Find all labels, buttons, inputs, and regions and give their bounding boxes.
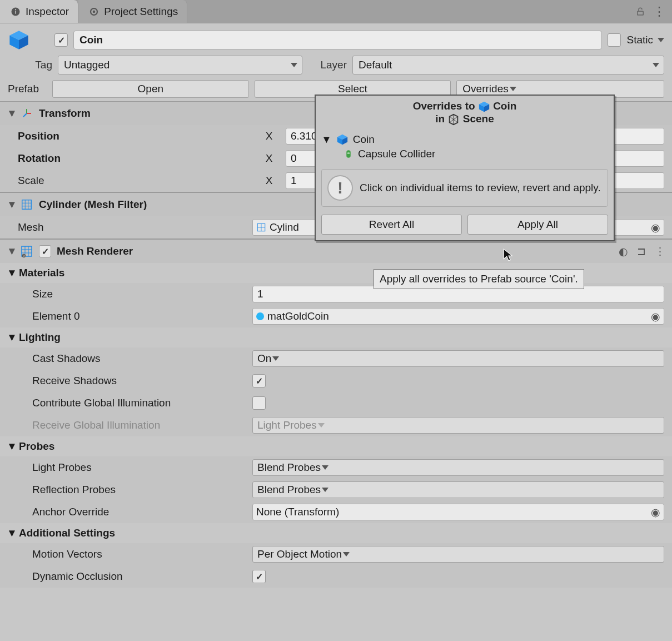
popup-header: Overrides to Coin in Scene (316, 96, 614, 130)
rotation-label: Rotation (8, 152, 252, 165)
tree-root[interactable]: ▼ Coin (321, 132, 608, 147)
mesh-label: Mesh (8, 221, 252, 233)
tag-label: Tag (8, 59, 52, 71)
tab-bar: Inspector Project Settings ⋮ (0, 0, 672, 23)
reflection-probes-dropdown[interactable]: Blend Probes (252, 481, 664, 498)
static-checkbox[interactable] (608, 33, 621, 47)
svg-point-26 (347, 152, 350, 154)
cursor-icon (502, 248, 515, 262)
gameobject-header: Coin Static (0, 23, 672, 53)
foldout-icon: ▼ (321, 133, 332, 146)
menu-icon[interactable]: ⋮ (655, 245, 665, 258)
contribute-gi-checkbox[interactable] (252, 396, 266, 410)
tab-label: Project Settings (104, 6, 178, 18)
prefab-cube-icon (478, 101, 490, 113)
material-icon (256, 312, 264, 320)
svg-rect-1 (15, 11, 16, 13)
help-icon[interactable]: ◐ (619, 245, 628, 258)
cast-shadows-dropdown[interactable]: On (252, 350, 664, 367)
tooltip: Apply all overrides to Prefab source 'Co… (374, 269, 584, 289)
tag-dropdown[interactable]: Untagged (58, 56, 302, 74)
target-icon[interactable]: ◉ (651, 506, 660, 519)
tag-layer-row: Tag Untagged Layer Default (0, 53, 672, 77)
prefab-open-button[interactable]: Open (52, 80, 249, 98)
tab-project-settings[interactable]: Project Settings (78, 0, 187, 23)
component-title: Cylinder (Mesh Filter) (39, 198, 147, 211)
target-icon[interactable]: ◉ (651, 221, 660, 234)
light-probes-dropdown[interactable]: Blend Probes (252, 459, 664, 476)
layer-label: Layer (308, 59, 347, 71)
svg-point-2 (15, 9, 16, 10)
meshrenderer-header[interactable]: ▼ Mesh Renderer ◐ ⊐ ⋮ (0, 240, 672, 263)
svg-point-4 (93, 10, 96, 13)
info-icon: ! (327, 175, 353, 201)
element0-field[interactable]: matGoldCoin ◉ (252, 308, 664, 325)
popup-hint: ! Click on individual items to review, r… (321, 169, 608, 207)
prefab-cube-icon (336, 133, 349, 146)
chevron-down-icon (658, 38, 664, 42)
additional-foldout[interactable]: ▼Additional Settings (0, 523, 672, 543)
target-icon[interactable]: ◉ (651, 310, 660, 323)
element0-label: Element 0 (8, 310, 252, 322)
tab-inspector[interactable]: Inspector (0, 0, 78, 23)
capsule-icon (344, 148, 354, 160)
enabled-checkbox[interactable] (39, 245, 51, 257)
prefab-cube-icon (8, 29, 30, 51)
transform-icon (20, 107, 33, 120)
gameobject-name-input[interactable]: Coin (73, 31, 602, 49)
svg-point-24 (23, 255, 24, 256)
foldout-icon: ▼ (7, 107, 14, 120)
size-label: Size (8, 288, 252, 300)
gear-icon (87, 5, 101, 18)
apply-all-button[interactable]: Apply All (467, 215, 608, 235)
svg-rect-9 (22, 200, 32, 210)
tab-label: Inspector (26, 6, 69, 18)
foldout-icon: ▼ (7, 245, 14, 257)
dynamic-occlusion-checkbox[interactable] (252, 570, 266, 583)
layer-dropdown[interactable]: Default (352, 56, 664, 74)
tree-child[interactable]: Capsule Collider (321, 147, 608, 161)
receive-gi-dropdown: Light Probes (252, 417, 664, 434)
receive-shadows-checkbox[interactable] (252, 374, 266, 387)
mesh-icon (20, 198, 33, 211)
meshrenderer-component: ▼ Mesh Renderer ◐ ⊐ ⋮ ▼Materials Size1 E… (0, 239, 672, 588)
active-checkbox[interactable] (54, 33, 68, 47)
static-label[interactable]: Static (626, 34, 664, 46)
motion-vectors-dropdown[interactable]: Per Object Motion (252, 546, 664, 563)
svg-rect-5 (638, 11, 644, 15)
position-label: Position (8, 130, 252, 142)
menu-icon[interactable]: ⋮ (653, 4, 665, 19)
info-icon (9, 5, 22, 18)
renderer-icon (20, 245, 33, 258)
overrides-popup: Overrides to Coin in Scene ▼ Coin Capsul… (315, 95, 615, 241)
revert-all-button[interactable]: Revert All (321, 215, 462, 235)
preset-icon[interactable]: ⊐ (634, 245, 649, 258)
prefab-label: Prefab (8, 83, 47, 95)
lock-icon[interactable] (635, 7, 645, 17)
anchor-override-field[interactable]: None (Transform)◉ (252, 504, 664, 520)
probes-foldout[interactable]: ▼Probes (0, 436, 672, 456)
scale-label: Scale (8, 175, 252, 187)
svg-line-8 (23, 113, 27, 117)
component-title: Transform (39, 107, 91, 120)
component-title: Mesh Renderer (57, 245, 133, 257)
lighting-foldout[interactable]: ▼Lighting (0, 327, 672, 347)
foldout-icon: ▼ (7, 198, 14, 211)
popup-tree: ▼ Coin Capsule Collider (316, 130, 614, 166)
unity-icon (447, 113, 460, 126)
